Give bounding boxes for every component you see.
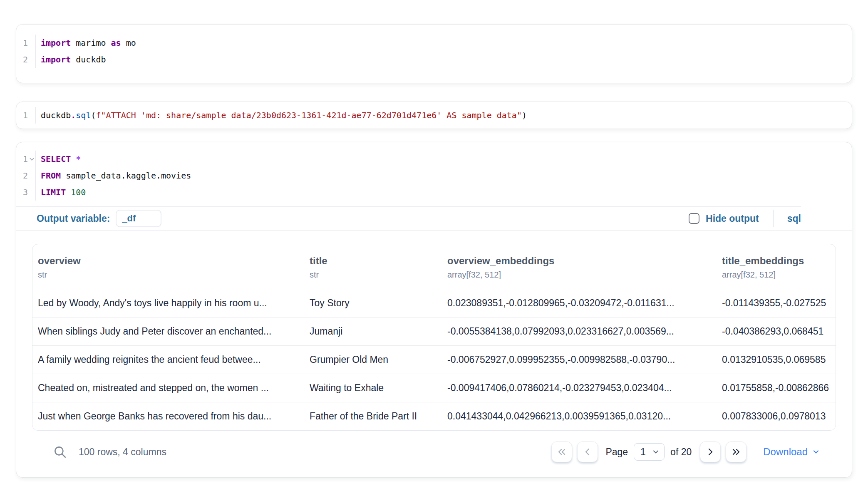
dataframe-table: overviewstrtitlestroverview_embeddingsar… <box>32 244 836 431</box>
table-cell: Cheated on, mistreated and stepped on, t… <box>32 382 304 394</box>
code-lines: import marimo as moimport duckdb <box>35 35 852 68</box>
column-type: str <box>310 270 435 280</box>
download-button[interactable]: Download <box>763 446 820 458</box>
code-line: SELECT * <box>41 151 852 167</box>
table-body: Led by Woody, Andy's toys live happily i… <box>32 289 836 430</box>
double-chevron-right-icon <box>731 447 741 457</box>
code-line: FROM sample_data.kaggle.movies <box>41 167 852 184</box>
table-cell: Grumpier Old Men <box>304 354 442 365</box>
line-number: 3 <box>16 184 35 201</box>
toolbar-divider <box>773 210 774 227</box>
chevron-right-icon <box>705 447 715 457</box>
fold-chevron-icon[interactable] <box>29 156 35 162</box>
table-cell: 0.007833006,0.0978013 <box>717 411 836 422</box>
table-cell: 0.023089351,-0.012809965,-0.03209472,-0.… <box>442 298 717 309</box>
code-line: duckdb.sql(f"ATTACH 'md:_share/sample_da… <box>41 107 852 124</box>
column-type: array[f32, 512] <box>722 270 836 280</box>
hide-output-label[interactable]: Hide output <box>706 213 759 224</box>
first-page-button[interactable] <box>551 441 572 462</box>
prev-page-button[interactable] <box>577 441 598 462</box>
line-number-gutter: 12 <box>16 35 35 68</box>
code-line: LIMIT 100 <box>41 184 852 201</box>
table-cell: 0.0132910535,0.069585 <box>717 354 836 365</box>
table-cell: 0.01755858,-0.00862866 <box>717 382 836 394</box>
column-header[interactable]: overview_embeddingsarray[f32, 512] <box>442 244 717 289</box>
column-name: title <box>310 255 435 267</box>
table-cell: Jumanji <box>304 326 442 337</box>
line-number: 1 <box>16 35 35 51</box>
table-cell: Toy Story <box>304 298 442 309</box>
column-type: array[f32, 512] <box>447 270 710 280</box>
download-label: Download <box>763 446 808 458</box>
output-variable-input[interactable]: _df <box>116 210 161 227</box>
sql-cell-toolbar: Output variable: _df Hide output sql <box>16 207 852 230</box>
table-header: overviewstrtitlestroverview_embeddingsar… <box>32 244 836 289</box>
line-number: 2 <box>16 51 35 68</box>
code-cell-attach: 1duckdb.sql(f"ATTACH 'md:_share/sample_d… <box>16 102 852 129</box>
table-row[interactable]: A family wedding reignites the ancient f… <box>32 345 836 374</box>
table-cell: -0.006752927,0.099952355,-0.009982588,-0… <box>442 354 717 365</box>
table-cell: -0.011439355,-0.027525 <box>717 298 836 309</box>
line-number-gutter: 1 <box>16 107 35 124</box>
column-type: str <box>38 270 298 280</box>
page-label: Page <box>605 446 628 458</box>
table-cell: -0.009417406,0.07860214,-0.023279453,0.0… <box>442 382 717 394</box>
language-toggle-sql[interactable]: sql <box>787 213 801 224</box>
chevron-down-icon <box>812 448 820 456</box>
cell-output: overviewstrtitlestroverview_embeddingsar… <box>16 231 852 477</box>
code-lines: duckdb.sql(f"ATTACH 'md:_share/sample_da… <box>35 107 852 124</box>
table-cell: Father of the Bride Part II <box>304 411 442 422</box>
table-cell: -0.040386293,0.068451 <box>717 326 836 337</box>
column-header[interactable]: titlestr <box>304 244 442 289</box>
notebook: 12import marimo as moimport duckdb 1duck… <box>0 0 868 478</box>
chevron-left-icon <box>583 447 593 457</box>
table-cell: 0.041433044,0.042966213,0.0039591365,0.0… <box>442 411 717 422</box>
column-header[interactable]: overviewstr <box>32 244 304 289</box>
table-header-row: overviewstrtitlestroverview_embeddingsar… <box>32 244 836 289</box>
table-cell: Led by Woody, Andy's toys live happily i… <box>32 298 304 309</box>
table-row[interactable]: Led by Woody, Andy's toys live happily i… <box>32 289 836 317</box>
line-number-gutter: 123 <box>16 151 35 201</box>
table-row[interactable]: Cheated on, mistreated and stepped on, t… <box>32 374 836 402</box>
hide-output-checkbox[interactable] <box>689 213 699 224</box>
table-row[interactable]: When siblings Judy and Peter discover an… <box>32 317 836 345</box>
table-footer: 100 rows, 4 columns <box>32 431 836 477</box>
chevron-down-icon <box>652 448 660 456</box>
code-editor-imports[interactable]: 12import marimo as moimport duckdb <box>16 25 852 83</box>
page-total-label: of 20 <box>670 446 692 458</box>
code-line: import marimo as mo <box>41 35 852 51</box>
table-cell: Waiting to Exhale <box>304 382 442 394</box>
column-header[interactable]: title_embeddingsarray[f32, 512] <box>717 244 836 289</box>
column-name: overview <box>38 255 298 267</box>
page-select[interactable]: 1 <box>634 443 665 461</box>
row-count-summary: 100 rows, 4 columns <box>79 446 166 458</box>
table-row[interactable]: Just when George Banks has recovered fro… <box>32 402 836 430</box>
code-lines: SELECT *FROM sample_data.kaggle.moviesLI… <box>35 151 852 201</box>
table-cell: When siblings Judy and Peter discover an… <box>32 326 304 337</box>
double-chevron-left-icon <box>557 447 567 457</box>
column-name: overview_embeddings <box>447 255 710 267</box>
page-select-value: 1 <box>640 446 646 458</box>
sql-cell: 123SELECT *FROM sample_data.kaggle.movie… <box>16 142 852 478</box>
column-name: title_embeddings <box>722 255 836 267</box>
table-cell: A family wedding reignites the ancient f… <box>32 354 304 365</box>
table-cell: -0.0055384138,0.07992093,0.023316627,0.0… <box>442 326 717 337</box>
next-page-button[interactable] <box>700 441 721 462</box>
search-icon[interactable] <box>53 445 67 459</box>
code-editor-attach[interactable]: 1duckdb.sql(f"ATTACH 'md:_share/sample_d… <box>16 102 852 129</box>
line-number: 2 <box>16 167 35 184</box>
table-cell: Just when George Banks has recovered fro… <box>32 411 304 422</box>
code-cell-imports: 12import marimo as moimport duckdb <box>16 24 852 83</box>
output-variable-label: Output variable: <box>37 213 110 224</box>
line-number: 1 <box>16 151 35 167</box>
last-page-button[interactable] <box>726 441 746 462</box>
code-line: import duckdb <box>41 51 852 68</box>
line-number: 1 <box>16 107 35 124</box>
code-editor-sql[interactable]: 123SELECT *FROM sample_data.kaggle.movie… <box>16 142 852 206</box>
